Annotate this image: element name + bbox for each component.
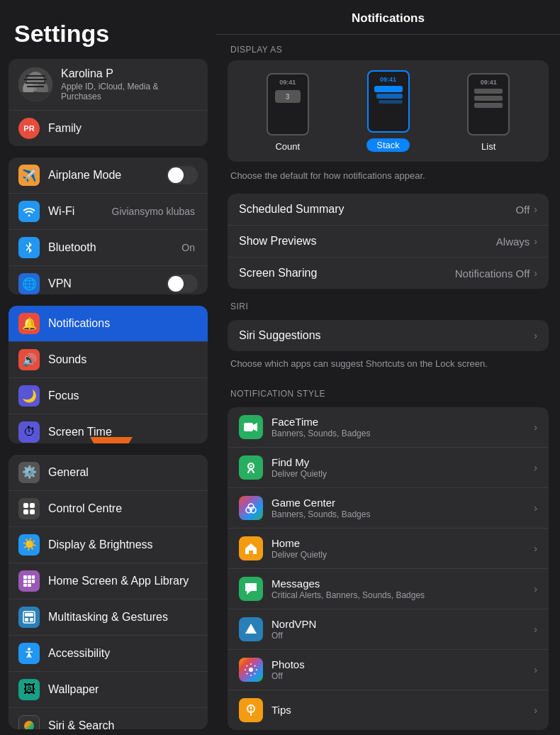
svg-rect-21: [28, 584, 31, 587]
bluetooth-icon: [18, 237, 40, 258]
account-user-row[interactable]: Karolina P Apple ID, iCloud, Media & Pur…: [9, 59, 208, 111]
svg-rect-17: [23, 580, 27, 583]
general-label: General: [48, 466, 198, 479]
sidebar-item-wifi[interactable]: Wi-Fi Giviansymo klubas: [9, 194, 208, 230]
sidebar-item-focus[interactable]: 🌙 Focus: [9, 378, 208, 414]
stack-phone-mock: 09:41: [367, 70, 410, 133]
sidebar-item-wallpaper[interactable]: 🖼 Wallpaper: [9, 672, 208, 708]
svg-rect-19: [32, 580, 35, 583]
sidebar-item-accessibility[interactable]: Accessibility: [9, 636, 208, 672]
sounds-label: Sounds: [48, 353, 198, 366]
svg-rect-14: [23, 575, 27, 579]
messages-info: Messages Critical Alerts, Banners, Sound…: [271, 578, 534, 600]
app-row-find-my[interactable]: Find My Deliver Quietly ›: [228, 448, 549, 488]
sidebar: Settings Karolina P App: [0, 0, 216, 735]
chevron-icon: ›: [534, 421, 537, 433]
game-center-icon: [239, 496, 263, 520]
chevron-icon: ›: [534, 583, 537, 595]
bluetooth-value: On: [181, 242, 195, 253]
app-row-home[interactable]: Home Deliver Quietly ›: [228, 529, 549, 569]
family-row[interactable]: PR Family: [9, 111, 208, 146]
display-option-count[interactable]: 09:41 3 Count: [237, 73, 338, 152]
nordvpn-icon: [239, 617, 263, 641]
screen-sharing-row[interactable]: Screen Sharing Notifications Off ›: [228, 258, 549, 289]
sidebar-item-multitasking[interactable]: Multitasking & Gestures: [9, 599, 208, 636]
sidebar-item-display[interactable]: ☀️ Display & Brightness: [9, 527, 208, 563]
siri-suggestions-row[interactable]: Siri Suggestions ›: [228, 320, 549, 351]
accessibility-icon: [18, 643, 40, 664]
scheduled-summary-row[interactable]: Scheduled Summary Off ›: [228, 194, 549, 226]
display-as-label: DISPLAY AS: [216, 35, 560, 60]
app-row-messages[interactable]: Messages Critical Alerts, Banners, Sound…: [228, 569, 549, 609]
svg-rect-4: [18, 92, 52, 101]
airplane-icon: ✈️: [18, 165, 40, 186]
svg-rect-28: [244, 423, 253, 431]
wallpaper-icon: 🖼: [18, 679, 40, 700]
sidebar-item-vpn[interactable]: 🌐 VPN: [9, 266, 208, 294]
family-label: Family: [48, 122, 82, 135]
chevron-icon: ›: [534, 664, 537, 675]
app-row-photos[interactable]: Photos Off ›: [228, 650, 549, 690]
app-row-tips[interactable]: Tips ›: [228, 690, 549, 730]
multitasking-label: Multitasking & Gestures: [48, 611, 198, 624]
siri-hint: Choose which apps can suggest Shortcuts …: [216, 354, 560, 379]
facetime-info: FaceTime Banners, Sounds, Badges: [271, 416, 534, 438]
sidebar-item-bluetooth[interactable]: Bluetooth On: [9, 230, 208, 266]
app-row-facetime[interactable]: FaceTime Banners, Sounds, Badges ›: [228, 407, 549, 448]
svg-rect-20: [23, 584, 27, 587]
sidebar-item-sounds[interactable]: 🔊 Sounds: [9, 342, 208, 378]
siri-icon: [18, 715, 40, 729]
home-screen-label: Home Screen & App Library: [48, 575, 198, 587]
svg-rect-15: [28, 575, 31, 579]
account-name: Karolina P: [61, 67, 198, 80]
vpn-toggle[interactable]: [167, 275, 198, 293]
chevron-icon: ›: [534, 502, 537, 514]
show-previews-row[interactable]: Show Previews Always ›: [228, 226, 549, 258]
screen-time-icon: ⏱: [18, 421, 40, 443]
right-panel-title: Notifications: [216, 0, 560, 35]
display-option-list[interactable]: 09:41 List: [438, 73, 539, 152]
screen-time-label: Screen Time: [48, 426, 198, 438]
messages-icon: [239, 577, 263, 601]
find-my-icon: [239, 455, 263, 480]
vpn-icon: 🌐: [18, 273, 40, 294]
right-panel: Notifications DISPLAY AS 09:41 3 Count 0…: [216, 0, 560, 735]
svg-rect-37: [250, 713, 252, 716]
general-icon: ⚙️: [18, 462, 40, 483]
wifi-value: Giviansymo klubas: [112, 206, 196, 217]
sidebar-item-notifications[interactable]: 🔔 Notifications: [9, 306, 208, 342]
home-screen-icon: [18, 570, 40, 592]
game-center-info: Game Center Banners, Sounds, Badges: [271, 497, 534, 519]
network-group: ✈️ Airplane Mode Wi-Fi Giviansymo klubas: [9, 158, 208, 294]
facetime-icon: [239, 415, 263, 439]
chevron-icon: ›: [534, 236, 537, 247]
account-subtitle: Apple ID, iCloud, Media & Purchases: [61, 82, 198, 101]
sidebar-item-general[interactable]: ⚙️ General: [9, 455, 208, 491]
sidebar-item-siri-search[interactable]: Siri & Search: [9, 708, 208, 729]
chevron-icon: ›: [534, 267, 537, 279]
general-group: ⚙️ General Control Centre ☀️ Display & B…: [9, 455, 208, 729]
app-row-nordvpn[interactable]: NordVPN Off ›: [228, 609, 549, 650]
multitasking-icon: [18, 607, 40, 628]
sidebar-item-home-screen[interactable]: Home Screen & App Library: [9, 563, 208, 599]
wifi-label: Wi-Fi: [48, 205, 112, 218]
control-centre-icon: [18, 498, 40, 519]
focus-label: Focus: [48, 389, 198, 402]
account-section: Karolina P Apple ID, iCloud, Media & Pur…: [9, 59, 208, 146]
wifi-icon: [18, 201, 40, 222]
airplane-toggle[interactable]: [167, 166, 198, 184]
svg-rect-24: [25, 618, 28, 621]
sidebar-item-control-centre[interactable]: Control Centre: [9, 491, 208, 527]
display-option-stack[interactable]: 09:41 Stack: [338, 70, 439, 152]
accessibility-label: Accessibility: [48, 647, 198, 660]
app-row-game-center[interactable]: Game Center Banners, Sounds, Badges ›: [228, 488, 549, 529]
siri-group: Siri Suggestions ›: [228, 320, 549, 351]
sidebar-item-airplane[interactable]: ✈️ Airplane Mode: [9, 158, 208, 194]
focus-icon: 🌙: [18, 385, 40, 407]
sidebar-item-screen-time[interactable]: ⏱ Screen Time: [9, 414, 208, 443]
home-icon: [239, 536, 263, 560]
svg-point-31: [250, 465, 252, 468]
bluetooth-label: Bluetooth: [48, 241, 181, 254]
svg-rect-11: [30, 503, 35, 508]
scheduled-summary-value: Off: [516, 204, 530, 216]
